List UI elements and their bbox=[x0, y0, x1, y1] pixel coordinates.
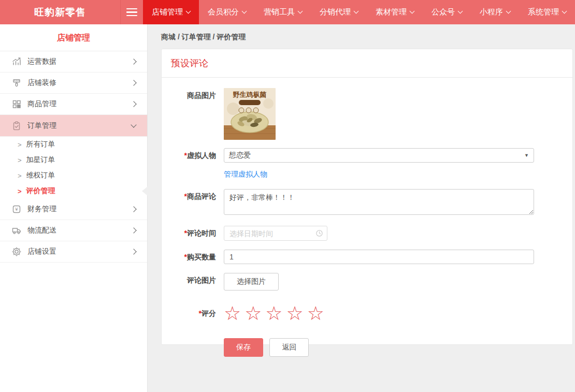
panel-header: 预设评论 bbox=[162, 49, 572, 78]
sidebar-item-shop-settings[interactable]: 店铺设置 bbox=[0, 241, 147, 263]
chevron-down-icon bbox=[562, 9, 567, 14]
sidebar-item-operations-data[interactable]: 运营数据 bbox=[0, 51, 147, 72]
brush-icon bbox=[11, 78, 22, 88]
nav-item-shop-manage[interactable]: 店铺管理 bbox=[143, 0, 199, 24]
yuan-icon: ¥ bbox=[11, 204, 22, 214]
chevron-down-icon bbox=[131, 122, 136, 127]
sidebar-item-product-manage[interactable]: 商品管理 bbox=[0, 94, 147, 115]
chevron-right-icon bbox=[131, 80, 136, 85]
chevron-down-icon bbox=[410, 9, 415, 14]
comment-time-row: *评论时间 bbox=[162, 226, 572, 241]
choose-image-button[interactable]: 选择图片 bbox=[224, 273, 279, 291]
top-nav: 店铺管理 会员积分 营销工具 分销代理 素材管理 公众号 小程序 系统管理 bbox=[143, 0, 575, 24]
purchase-quantity-label: *购买数量 bbox=[162, 250, 224, 264]
sidebar-subitem-rights-orders[interactable]: >维权订单 bbox=[0, 168, 147, 183]
active-item-pointer bbox=[142, 186, 148, 196]
sidebar-subitem-review-manage[interactable]: >评价管理 bbox=[0, 183, 147, 199]
gear-icon bbox=[11, 246, 22, 257]
nav-item-material-manage[interactable]: 素材管理 bbox=[367, 0, 423, 24]
star-icon[interactable]: ☆ bbox=[286, 303, 304, 324]
comment-image-label: 评论图片 bbox=[162, 273, 224, 291]
purchase-quantity-input[interactable] bbox=[224, 250, 534, 264]
breadcrumb: 商城 / 订单管理 / 评价管理 bbox=[161, 33, 575, 42]
chevron-right-icon bbox=[131, 59, 136, 64]
comment-image-row: 评论图片 选择图片 bbox=[162, 273, 572, 291]
sidebar-item-logistics[interactable]: 物流配送 bbox=[0, 220, 147, 241]
virtual-person-select[interactable]: 想恋爱 ▼ bbox=[224, 148, 534, 163]
nav-item-member-points[interactable]: 会员积分 bbox=[199, 0, 255, 24]
clock-icon bbox=[315, 229, 323, 237]
rating-label: *评分 bbox=[162, 303, 224, 324]
chevron-down-icon bbox=[242, 9, 247, 14]
select-caret-icon: ▼ bbox=[524, 153, 529, 158]
truck-icon bbox=[11, 225, 22, 236]
product-image-title: 野生鸡枞菌 bbox=[233, 91, 267, 98]
chevron-right-icon bbox=[131, 249, 136, 254]
sidebar-item-finance-manage[interactable]: ¥ 财务管理 bbox=[0, 199, 147, 220]
product-comment-row: *商品评论 好评，非常棒！！！ bbox=[162, 189, 572, 217]
star-icon[interactable]: ☆ bbox=[224, 303, 241, 324]
nav-item-mini-program[interactable]: 小程序 bbox=[471, 0, 519, 24]
order-submenu: >所有订单 >加星订单 >维权订单 >评价管理 bbox=[0, 137, 147, 199]
product-comment-label: *商品评论 bbox=[162, 189, 224, 217]
nav-item-official-account[interactable]: 公众号 bbox=[423, 0, 471, 24]
nav-item-marketing-tools[interactable]: 营销工具 bbox=[255, 0, 311, 24]
star-rating: ☆☆☆☆☆ bbox=[224, 304, 572, 323]
virtual-person-label: *虚拟人物 bbox=[162, 148, 224, 180]
chevron-down-icon bbox=[298, 9, 303, 14]
star-icon[interactable]: ☆ bbox=[245, 303, 262, 324]
sidebar-item-shop-decoration[interactable]: 店铺装修 bbox=[0, 72, 147, 94]
chevron-down-icon bbox=[506, 9, 511, 14]
sidebar-subitem-starred-orders[interactable]: >加星订单 bbox=[0, 152, 147, 168]
clipboard-icon bbox=[11, 121, 22, 131]
page-title: 预设评论 bbox=[171, 58, 208, 68]
chevron-right-icon bbox=[131, 227, 136, 233]
comment-time-label: *评论时间 bbox=[162, 226, 224, 241]
star-icon[interactable]: ☆ bbox=[307, 303, 324, 324]
product-comment-textarea[interactable]: 好评，非常棒！！！ bbox=[224, 189, 534, 215]
sidebar-item-order-manage[interactable]: 订单管理 bbox=[0, 115, 147, 137]
nav-item-distribution[interactable]: 分销代理 bbox=[311, 0, 367, 24]
sidebar-title: 店铺管理 bbox=[0, 24, 147, 51]
form-actions: 保存 返回 bbox=[224, 338, 572, 357]
top-navbar: 旺豹新零售 店铺管理 会员积分 营销工具 分销代理 素材管理 公众号 小程序 系… bbox=[0, 0, 575, 24]
back-button[interactable]: 返回 bbox=[269, 338, 309, 357]
svg-text:¥: ¥ bbox=[15, 206, 18, 212]
nav-item-system-manage[interactable]: 系统管理 bbox=[519, 0, 575, 24]
chart-icon bbox=[11, 56, 22, 67]
chevron-down-icon bbox=[458, 9, 463, 14]
chevron-down-icon bbox=[186, 9, 191, 14]
hamburger-menu-icon[interactable] bbox=[121, 0, 143, 24]
virtual-person-selected-value: 想恋爱 bbox=[229, 151, 251, 160]
chevron-down-icon bbox=[354, 9, 359, 14]
grid-icon bbox=[11, 99, 22, 109]
sidebar: 店铺管理 运营数据 店铺装修 商品管理 订单管理 >所有订单 bbox=[0, 24, 148, 392]
virtual-person-row: *虚拟人物 想恋爱 ▼ 管理虚拟人物 bbox=[162, 148, 572, 180]
comment-time-input[interactable] bbox=[224, 226, 327, 241]
sidebar-subitem-all-orders[interactable]: >所有订单 bbox=[0, 137, 147, 152]
save-button[interactable]: 保存 bbox=[224, 338, 263, 357]
product-image-row: 商品图片 野生鸡枞菌 bbox=[162, 88, 572, 140]
purchase-quantity-row: *购买数量 bbox=[162, 250, 572, 264]
brand-logo: 旺豹新零售 bbox=[0, 0, 121, 24]
chevron-right-icon bbox=[131, 206, 136, 212]
chevron-right-icon bbox=[131, 101, 136, 107]
star-icon[interactable]: ☆ bbox=[265, 303, 282, 324]
product-image: 野生鸡枞菌 bbox=[224, 88, 276, 140]
preset-comment-form: 商品图片 野生鸡枞菌 bbox=[162, 78, 572, 357]
manage-virtual-person-link[interactable]: 管理虚拟人物 bbox=[224, 170, 267, 179]
product-image-label: 商品图片 bbox=[162, 88, 224, 140]
rating-row: *评分 ☆☆☆☆☆ bbox=[162, 303, 572, 324]
main-content: 商城 / 订单管理 / 评价管理 预设评论 商品图片 bbox=[148, 24, 575, 392]
preset-comment-panel: 预设评论 商品图片 bbox=[161, 49, 573, 345]
